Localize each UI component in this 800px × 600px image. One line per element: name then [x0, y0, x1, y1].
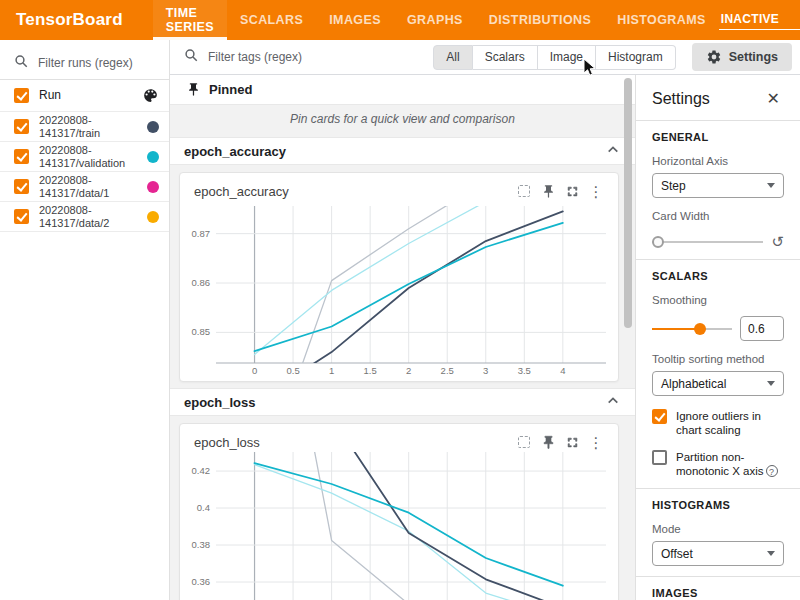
- section-header-epoch-accuracy[interactable]: epoch_accuracy: [170, 137, 635, 165]
- collapse-chevron-icon[interactable]: [607, 142, 619, 160]
- status-value: INACTIVE: [721, 12, 779, 26]
- epoch-loss-chart[interactable]: 0.420.40.380.36: [190, 452, 610, 600]
- run-checkbox[interactable]: [14, 209, 29, 224]
- pin-card-icon[interactable]: [536, 432, 560, 452]
- run-checkbox[interactable]: [14, 179, 29, 194]
- cards-scroll-area: Pinned Pin cards for a quick view and co…: [170, 75, 635, 600]
- scalar-card-epoch-accuracy: epoch_accuracy ⋮ 00.511.522.533.540.850.…: [179, 172, 619, 382]
- search-icon: [184, 48, 199, 67]
- filter-scalars-button[interactable]: Scalars: [473, 45, 538, 70]
- horizontal-axis-label: Horizontal Axis: [652, 155, 784, 167]
- runs-filter-box: [0, 47, 169, 80]
- tags-toolbar: All Scalars Image Histogram Settings: [170, 40, 800, 75]
- palette-icon[interactable]: [142, 87, 159, 104]
- svg-text:1.5: 1.5: [364, 365, 377, 376]
- svg-text:1: 1: [329, 365, 334, 376]
- more-options-icon[interactable]: ⋮: [584, 181, 608, 201]
- partition-x-row[interactable]: Partition non-monotonic X axis?: [652, 450, 784, 478]
- svg-text:3: 3: [483, 365, 488, 376]
- scalar-card-epoch-loss: epoch_loss ⋮ 0.420.40.380.36: [179, 423, 619, 600]
- tab-images[interactable]: IMAGES: [316, 0, 394, 40]
- pinned-section-header: Pinned: [170, 75, 635, 105]
- svg-text:0.86: 0.86: [192, 277, 211, 288]
- histograms-heading: HISTOGRAMS: [652, 499, 784, 511]
- run-row-train[interactable]: 20220808-141317/train: [0, 112, 169, 142]
- fit-domain-icon[interactable]: [512, 181, 536, 201]
- run-name: 20220808-141317/data/1: [39, 174, 131, 200]
- run-checkbox[interactable]: [14, 149, 29, 164]
- settings-button[interactable]: Settings: [692, 43, 792, 71]
- runs-header-row: Run: [0, 80, 169, 112]
- horizontal-axis-select[interactable]: Step: [652, 173, 784, 198]
- general-heading: GENERAL: [652, 131, 784, 143]
- pinned-empty-message: Pin cards for a quick view and compariso…: [170, 105, 635, 132]
- tooltip-sorting-label: Tooltip sorting method: [652, 353, 784, 365]
- run-color-dot[interactable]: [147, 121, 159, 133]
- reset-icon[interactable]: ↺: [771, 234, 784, 249]
- run-row-data1[interactable]: 20220808-141317/data/1: [0, 172, 169, 202]
- vertical-scrollbar[interactable]: [624, 75, 632, 600]
- pinned-title: Pinned: [209, 82, 252, 97]
- select-all-runs-checkbox[interactable]: [14, 88, 29, 103]
- fullscreen-icon[interactable]: [560, 432, 584, 452]
- smoothing-value-input[interactable]: [740, 316, 784, 341]
- histogram-mode-select[interactable]: Offset: [652, 541, 784, 566]
- epoch-accuracy-chart[interactable]: 00.511.522.533.540.850.860.87: [190, 201, 610, 377]
- card-width-slider[interactable]: [652, 236, 763, 248]
- scrollbar-thumb[interactable]: [624, 78, 632, 328]
- more-options-icon[interactable]: ⋮: [584, 432, 608, 452]
- app-header: TensorBoard TIME SERIES SCALARS IMAGES G…: [0, 0, 800, 40]
- slider-knob[interactable]: [652, 236, 664, 248]
- run-name: 20220808-141317/validation: [39, 144, 131, 170]
- runs-filter-input[interactable]: [38, 56, 156, 70]
- svg-text:0.38: 0.38: [192, 539, 211, 550]
- status-dropdown[interactable]: INACTIVE: [719, 10, 800, 30]
- tab-scalars[interactable]: SCALARS: [227, 0, 316, 40]
- ignore-outliers-row[interactable]: Ignore outliers in chart scaling: [652, 409, 784, 437]
- card-title: epoch_accuracy: [194, 184, 512, 199]
- tab-time-series[interactable]: TIME SERIES: [153, 0, 227, 40]
- pin-card-icon[interactable]: [536, 181, 560, 201]
- search-icon: [14, 54, 29, 73]
- chevron-down-icon: [767, 551, 775, 556]
- run-checkbox[interactable]: [14, 119, 29, 134]
- help-icon[interactable]: ?: [766, 465, 778, 477]
- svg-text:0.87: 0.87: [192, 228, 211, 239]
- settings-panel: Settings ✕ GENERAL Horizontal Axis Step …: [635, 75, 800, 600]
- run-row-validation[interactable]: 20220808-141317/validation: [0, 142, 169, 172]
- card-title: epoch_loss: [194, 435, 512, 450]
- svg-text:0.4: 0.4: [197, 502, 210, 513]
- svg-text:0.36: 0.36: [192, 576, 211, 587]
- ignore-outliers-checkbox[interactable]: [652, 409, 667, 424]
- scalars-heading: SCALARS: [652, 270, 784, 282]
- histogram-mode-label: Mode: [652, 523, 784, 535]
- tab-histograms[interactable]: HISTOGRAMS: [604, 0, 719, 40]
- header-tabs: TIME SERIES SCALARS IMAGES GRAPHS DISTRI…: [153, 0, 719, 40]
- run-row-data2[interactable]: 20220808-141317/data/2: [0, 202, 169, 232]
- chevron-down-icon: [767, 183, 775, 188]
- collapse-chevron-icon[interactable]: [607, 393, 619, 411]
- tooltip-sorting-select[interactable]: Alphabetical: [652, 371, 784, 396]
- run-color-dot[interactable]: [147, 181, 159, 193]
- tags-filter-input[interactable]: [208, 50, 428, 64]
- filter-image-button[interactable]: Image: [538, 45, 596, 70]
- slider-knob[interactable]: [694, 323, 706, 335]
- run-color-dot[interactable]: [147, 151, 159, 163]
- fit-domain-icon[interactable]: [512, 432, 536, 452]
- fullscreen-icon[interactable]: [560, 181, 584, 201]
- tab-distributions[interactable]: DISTRIBUTIONS: [476, 0, 604, 40]
- svg-text:0.85: 0.85: [192, 326, 211, 337]
- filter-histogram-button[interactable]: Histogram: [596, 45, 676, 70]
- partition-x-checkbox[interactable]: [652, 450, 667, 465]
- run-name: 20220808-141317/train: [39, 114, 131, 140]
- card-width-label: Card Width: [652, 210, 784, 222]
- settings-panel-title: Settings: [652, 90, 710, 108]
- filter-all-button[interactable]: All: [433, 45, 472, 70]
- smoothing-slider[interactable]: [652, 323, 732, 335]
- close-icon[interactable]: ✕: [763, 87, 784, 110]
- run-name: 20220808-141317/data/2: [39, 204, 131, 230]
- section-header-epoch-loss[interactable]: epoch_loss: [170, 388, 635, 416]
- tab-graphs[interactable]: GRAPHS: [394, 0, 476, 40]
- smoothing-label: Smoothing: [652, 294, 784, 306]
- run-color-dot[interactable]: [147, 211, 159, 223]
